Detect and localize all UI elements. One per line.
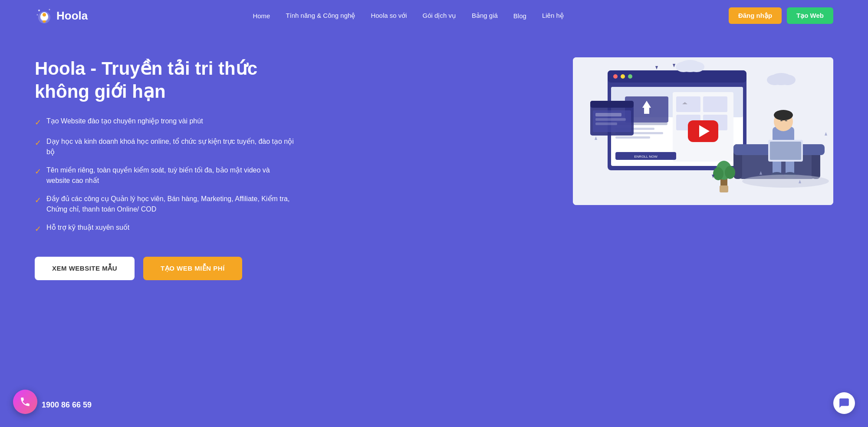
svg-point-43	[774, 110, 793, 120]
check-icon-3: ✓	[35, 166, 41, 178]
svg-point-5	[43, 13, 46, 17]
nav-home[interactable]: Home	[253, 12, 270, 20]
feature-text-5: Hỗ trợ kỹ thuật xuyên suốt	[46, 222, 129, 233]
nav-contact[interactable]: Liên hệ	[542, 12, 564, 20]
nav-packages[interactable]: Gói dịch vụ	[423, 12, 456, 20]
svg-point-12	[613, 74, 618, 79]
phone-number: 1900 86 66 59	[42, 401, 92, 410]
logo[interactable]: Hoola	[35, 6, 88, 25]
video-play-button[interactable]	[688, 120, 718, 142]
svg-rect-34	[595, 113, 621, 116]
svg-point-55	[713, 167, 723, 180]
svg-rect-52	[770, 142, 801, 160]
svg-rect-35	[595, 118, 626, 121]
svg-rect-32	[590, 101, 634, 108]
hero-left: Hoola - Truyền tải tri thức không giới h…	[35, 57, 312, 280]
header: Hoola Home Tính năng & Công nghệ Hoola s…	[0, 0, 868, 31]
main-nav: Home Tính năng & Công nghệ Hoola so với …	[253, 12, 563, 20]
chat-float-button[interactable]	[833, 392, 855, 414]
feature-item-2: ✓ Dạy học và kinh doanh khoá học online,…	[35, 136, 295, 157]
svg-rect-21	[703, 96, 727, 112]
svg-point-8	[37, 14, 38, 16]
create-free-web-button[interactable]: TẠO WEB MIỄN PHÍ	[143, 257, 242, 280]
svg-rect-20	[676, 96, 700, 112]
logo-icon	[35, 6, 54, 25]
view-sample-button[interactable]: XEM WEBSITE MẪU	[35, 257, 135, 280]
hero-buttons: XEM WEBSITE MẪU TẠO WEB MIỄN PHÍ	[35, 257, 295, 280]
feature-item-1: ✓ Tạo Website đào tạo chuyên nghiệp tron…	[35, 116, 295, 129]
svg-point-13	[621, 74, 625, 79]
phone-float-button[interactable]	[13, 390, 37, 414]
video-thumbnail[interactable]: ENROLL NOW	[573, 57, 833, 205]
nav-features[interactable]: Tính năng & Công nghệ	[286, 12, 355, 20]
feature-item-3: ✓ Tên miền riêng, toàn quyền kiểm soát, …	[35, 165, 295, 186]
svg-point-58	[742, 175, 829, 188]
feature-text-2: Dạy học và kinh doanh khoá học online, t…	[46, 136, 295, 157]
nav-blog[interactable]: Blog	[513, 12, 526, 20]
chat-icon	[838, 397, 850, 409]
svg-text:ENROLL NOW: ENROLL NOW	[634, 155, 658, 159]
feature-text-4: Đầy đủ các công cụ Quản lý học viên, Bán…	[46, 194, 295, 215]
hero-features-list: ✓ Tạo Website đào tạo chuyên nghiệp tron…	[35, 116, 295, 235]
login-button[interactable]: Đăng nhập	[729, 7, 782, 24]
svg-rect-36	[595, 122, 617, 125]
check-icon-5: ✓	[35, 223, 41, 235]
check-icon-1: ✓	[35, 117, 41, 129]
create-web-button[interactable]: Tạo Web	[787, 7, 833, 24]
logo-text: Hoola	[56, 9, 88, 23]
header-actions: Đăng nhập Tạo Web	[729, 7, 833, 24]
svg-point-6	[38, 10, 40, 11]
check-icon-4: ✓	[35, 195, 41, 206]
svg-point-7	[49, 9, 50, 10]
svg-point-14	[628, 74, 632, 79]
hero-section: Hoola - Truyền tải tri thức không giới h…	[0, 31, 868, 405]
svg-rect-45	[785, 120, 787, 121]
feature-text-1: Tạo Website đào tạo chuyên nghiệp trong …	[46, 116, 203, 126]
svg-point-71	[780, 75, 796, 85]
nav-pricing[interactable]: Bảng giá	[472, 12, 498, 20]
svg-point-68	[689, 62, 704, 72]
svg-rect-4	[43, 22, 46, 23]
hero-title: Hoola - Truyền tải tri thức không giới h…	[35, 57, 295, 103]
feature-text-3: Tên miền riêng, toàn quyền kiểm soát, tu…	[46, 165, 295, 186]
svg-rect-28	[615, 136, 650, 139]
nav-compare[interactable]: Hoola so với	[371, 12, 407, 20]
svg-rect-3	[43, 20, 46, 22]
phone-icon	[20, 396, 31, 407]
check-icon-2: ✓	[35, 137, 41, 149]
svg-point-56	[725, 166, 735, 179]
svg-rect-44	[780, 120, 783, 121]
svg-rect-57	[720, 185, 728, 192]
feature-item-5: ✓ Hỗ trợ kỹ thuật xuyên suốt	[35, 222, 295, 235]
hero-right: ENROLL NOW	[573, 57, 833, 205]
feature-item-4: ✓ Đầy đủ các công cụ Quản lý học viên, B…	[35, 194, 295, 215]
